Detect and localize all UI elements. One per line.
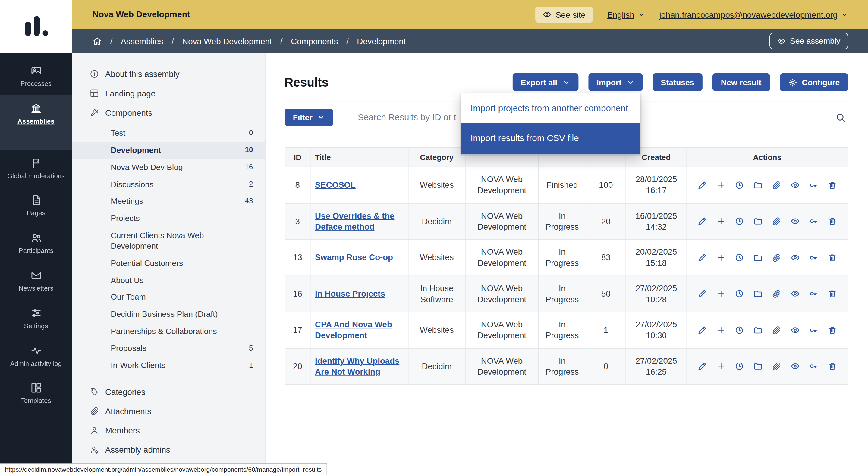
action-edit-button[interactable] xyxy=(698,289,707,298)
action-history-button[interactable] xyxy=(735,180,744,190)
import-menu-item-import-results-from-csv-file[interactable]: Import results from CSV file xyxy=(461,123,641,154)
component-item-our-team[interactable]: Our Team xyxy=(72,289,265,306)
action-preview-button[interactable] xyxy=(790,217,800,226)
language-selector[interactable]: English xyxy=(607,10,645,19)
sidebar-item-assemblies[interactable]: Assemblies xyxy=(0,95,72,150)
see-assembly-button[interactable]: See assembly xyxy=(770,33,848,49)
action-edit-button[interactable] xyxy=(698,180,707,190)
result-title-link[interactable]: In House Projects xyxy=(315,289,385,298)
action-delete-button[interactable] xyxy=(827,325,837,335)
action-delete-button[interactable] xyxy=(827,217,837,226)
new-result-button[interactable]: New result xyxy=(712,73,770,91)
action-folder-button[interactable] xyxy=(753,180,763,190)
action-folder-button[interactable] xyxy=(753,217,763,226)
action-preview-button[interactable] xyxy=(790,325,800,335)
action-edit-button[interactable] xyxy=(698,253,707,262)
column-header-category[interactable]: Category xyxy=(408,147,465,167)
assembly-menu-item-about-this-assembly[interactable]: About this assembly xyxy=(72,64,265,84)
export-all-button[interactable]: Export all xyxy=(513,73,578,91)
action-delete-button[interactable] xyxy=(827,289,837,298)
action-attachments-button[interactable] xyxy=(772,325,781,335)
result-title-link[interactable]: Use Overrides & the Deface method xyxy=(315,211,394,231)
action-edit-button[interactable] xyxy=(698,325,707,335)
component-item-development[interactable]: Development10 xyxy=(72,141,265,159)
assembly-menu-item-categories[interactable]: Categories xyxy=(72,382,265,401)
see-site-button[interactable]: See site xyxy=(535,6,592,22)
action-new-button[interactable] xyxy=(716,289,725,298)
import-button[interactable]: Import xyxy=(588,73,643,91)
action-permissions-button[interactable] xyxy=(809,253,818,262)
breadcrumb-home[interactable] xyxy=(93,36,102,45)
action-history-button[interactable] xyxy=(735,362,744,371)
assembly-menu-item-attachments[interactable]: Attachments xyxy=(72,401,265,420)
statuses-button[interactable]: Statuses xyxy=(652,73,703,91)
breadcrumb-item-development[interactable]: Development xyxy=(357,36,406,45)
component-item-projects[interactable]: Projects xyxy=(72,210,265,227)
action-preview-button[interactable] xyxy=(790,180,800,190)
action-delete-button[interactable] xyxy=(827,362,837,371)
component-item-in-work-clients[interactable]: In-Work Clients1 xyxy=(72,357,265,374)
action-new-button[interactable] xyxy=(716,180,725,190)
action-new-button[interactable] xyxy=(716,362,725,371)
action-delete-button[interactable] xyxy=(827,180,837,190)
result-title-link[interactable]: Swamp Rose Co-op xyxy=(315,253,393,262)
sidebar-item-participants[interactable]: Participants xyxy=(0,225,72,262)
component-item-discussions[interactable]: Discussions2 xyxy=(72,176,265,193)
action-history-button[interactable] xyxy=(735,289,744,298)
sidebar-item-pages[interactable]: Pages xyxy=(0,187,72,225)
action-preview-button[interactable] xyxy=(790,289,800,298)
component-item-partnerships-collaborations[interactable]: Partnerships & Collaborations xyxy=(72,323,265,340)
action-folder-button[interactable] xyxy=(753,253,763,262)
action-edit-button[interactable] xyxy=(698,362,707,371)
action-attachments-button[interactable] xyxy=(772,253,781,262)
component-item-about-us[interactable]: About Us xyxy=(72,272,265,289)
action-folder-button[interactable] xyxy=(753,325,763,335)
import-menu-item-import-projects-from-another-component[interactable]: Import projects from another component xyxy=(461,93,641,123)
action-permissions-button[interactable] xyxy=(809,289,818,298)
result-title-link[interactable]: SECOSOL xyxy=(315,180,355,189)
component-item-nova-web-dev-blog[interactable]: Nova Web Dev Blog16 xyxy=(72,159,265,176)
action-preview-button[interactable] xyxy=(790,362,800,371)
column-header-title[interactable]: Title xyxy=(310,147,408,167)
breadcrumb-item-nova-web-development[interactable]: Nova Web Development xyxy=(182,36,272,45)
component-item-current-clients-nova-web-development[interactable]: Current Clients Nova Web Development xyxy=(72,227,265,254)
sidebar-item-global-moderations[interactable]: Global moderations xyxy=(0,150,72,187)
action-permissions-button[interactable] xyxy=(809,362,818,371)
action-attachments-button[interactable] xyxy=(772,217,781,226)
configure-button[interactable]: Configure xyxy=(780,73,848,91)
action-new-button[interactable] xyxy=(716,253,725,262)
assembly-menu-item-assembly-admins[interactable]: Assembly admins xyxy=(72,440,265,459)
action-folder-button[interactable] xyxy=(753,289,763,298)
sidebar-item-admin-activity-log[interactable]: Admin activity log xyxy=(0,338,72,375)
result-title-link[interactable]: Identify Why Uploads Are Not Working xyxy=(315,356,399,376)
component-item-potential-customers[interactable]: Potential Customers xyxy=(72,254,265,272)
result-title-link[interactable]: CPA And Nova Web Development xyxy=(315,319,392,340)
sidebar-item-newsletters[interactable]: Newsletters xyxy=(0,262,72,300)
action-permissions-button[interactable] xyxy=(809,325,818,335)
assembly-menu-item-components[interactable]: Components xyxy=(72,103,265,122)
component-item-decidim-business-plan-draft[interactable]: Decidim Business Plan (Draft) xyxy=(72,306,265,323)
site-logo[interactable] xyxy=(0,0,72,53)
sidebar-item-settings[interactable]: Settings xyxy=(0,300,72,338)
action-history-button[interactable] xyxy=(735,325,744,335)
action-preview-button[interactable] xyxy=(790,253,800,262)
action-permissions-button[interactable] xyxy=(809,180,818,190)
search-button[interactable] xyxy=(833,110,848,125)
breadcrumb-item-components[interactable]: Components xyxy=(291,36,338,45)
action-edit-button[interactable] xyxy=(698,217,707,226)
component-item-meetings[interactable]: Meetings43 xyxy=(72,193,265,210)
filter-button[interactable]: Filter xyxy=(284,108,333,126)
sidebar-item-processes[interactable]: Processes xyxy=(0,58,72,95)
component-item-proposals[interactable]: Proposals5 xyxy=(72,340,265,357)
action-attachments-button[interactable] xyxy=(772,180,781,190)
action-attachments-button[interactable] xyxy=(772,289,781,298)
action-history-button[interactable] xyxy=(735,217,744,226)
user-menu[interactable]: johan.francocampos@novawebdevelopment.or… xyxy=(659,10,848,19)
action-delete-button[interactable] xyxy=(827,253,837,262)
assembly-menu-item-landing-page[interactable]: Landing page xyxy=(72,84,265,103)
action-new-button[interactable] xyxy=(716,217,725,226)
column-header-id[interactable]: ID xyxy=(285,147,310,167)
component-item-test[interactable]: Test0 xyxy=(72,124,265,141)
action-attachments-button[interactable] xyxy=(772,362,781,371)
action-folder-button[interactable] xyxy=(753,362,763,371)
